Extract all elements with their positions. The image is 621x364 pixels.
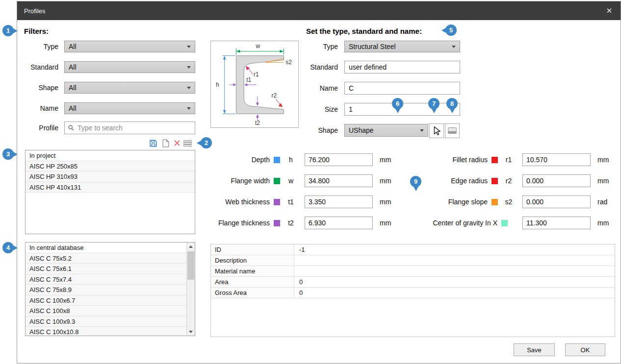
fillet-radius-row: Fillet radius r1 mm <box>409 153 609 166</box>
color-swatch <box>274 220 280 226</box>
standard-input[interactable] <box>344 61 460 73</box>
window-title: Profiles <box>24 7 45 15</box>
list-item[interactable]: AISC C 100x8 <box>26 306 186 316</box>
central-database-list: In central database AISC C 75x5.2 AISC C… <box>25 242 195 336</box>
param-label: Web thickness <box>191 198 270 206</box>
color-swatch <box>492 157 498 163</box>
callout-8: 8 <box>446 98 458 109</box>
save-icon <box>149 139 157 147</box>
value-cell[interactable] <box>294 266 615 276</box>
type-combo[interactable]: Structural Steel <box>344 41 460 52</box>
diagram-label-t1: t1 <box>246 76 251 83</box>
param-symbol: r2 <box>500 177 518 185</box>
list-item[interactable]: AISC C 75x7.4 <box>26 274 186 285</box>
list-item[interactable]: AISC HP 250x85 <box>26 161 195 172</box>
param-unit: mm <box>597 177 609 185</box>
value-cell[interactable] <box>294 255 615 266</box>
filter-name-row: Name All <box>22 102 195 115</box>
table-row: Gross Area 0 <box>211 288 615 298</box>
diagram-label-h: h <box>216 81 219 88</box>
scroll-down-button[interactable] <box>187 328 195 336</box>
scrollbar[interactable] <box>186 243 195 336</box>
filter-type-row: Type All <box>22 40 195 53</box>
close-button[interactable]: ✕ <box>601 1 618 20</box>
project-list: In project AISC HP 250x85 AISC HP 310x93… <box>25 150 195 234</box>
center-of-gravity-input[interactable] <box>522 217 591 229</box>
param-unit: mm <box>380 156 391 164</box>
chevron-down-icon[interactable] <box>187 107 191 110</box>
param-unit: mm <box>597 156 609 164</box>
combo-value: UShape <box>349 126 374 134</box>
callout-7: 7 <box>428 98 440 109</box>
param-symbol: r1 <box>500 156 518 164</box>
depth-input[interactable] <box>305 153 373 166</box>
list-item[interactable]: AISC C 100x9.3 <box>26 316 186 327</box>
chevron-down-icon[interactable] <box>187 87 191 89</box>
pick-shape-button[interactable] <box>429 123 444 138</box>
name-input[interactable] <box>344 82 460 95</box>
callout-2: 2 <box>201 137 212 148</box>
project-list-header: In project <box>26 150 195 161</box>
title-bar: Profiles ✕ <box>17 1 621 20</box>
color-swatch <box>501 220 508 226</box>
fillet-radius-input[interactable] <box>522 153 591 166</box>
chevron-down-icon[interactable] <box>420 129 424 132</box>
list-item[interactable]: AISC C 100x6.7 <box>26 295 186 306</box>
color-swatch <box>274 157 280 163</box>
list-item[interactable]: AISC C 75x5.2 <box>26 253 186 264</box>
web-thickness-input[interactable] <box>305 195 373 208</box>
save-profile-button[interactable] <box>149 139 158 148</box>
filter-profile-row: Profile <box>22 121 195 134</box>
delete-profile-button[interactable] <box>173 139 182 148</box>
flange-width-row: Flange width w mm <box>191 174 391 187</box>
chevron-down-icon[interactable] <box>452 46 456 48</box>
combo-value: All <box>69 104 77 112</box>
list-item[interactable]: AISC HP 410x131 <box>26 182 195 193</box>
param-symbol: s2 <box>500 198 518 206</box>
new-profile-button[interactable] <box>161 139 170 148</box>
flange-thickness-input[interactable] <box>305 217 373 229</box>
profiles-dialog: Profiles ✕ Filters: Type All Standard Al… <box>17 1 621 364</box>
scroll-up-button[interactable] <box>187 243 195 250</box>
list-item[interactable]: AISC C 100x10.8 <box>26 327 186 336</box>
list-item[interactable]: AISC C 75x8.9 <box>26 285 186 295</box>
list-item[interactable]: AISC C 75x6.1 <box>26 264 186 274</box>
profile-search-box[interactable] <box>64 121 195 134</box>
flange-slope-input[interactable] <box>522 195 591 208</box>
size-label: Size <box>259 105 338 113</box>
shape-options-button[interactable] <box>445 123 460 138</box>
param-label: Depth <box>191 156 270 164</box>
profile-search-input[interactable] <box>78 124 192 132</box>
copy-to-database-button[interactable] <box>183 139 192 148</box>
param-unit: mm <box>597 219 609 227</box>
filter-name-combo[interactable]: All <box>64 102 195 114</box>
type-row: Type Structural Steel <box>259 40 460 53</box>
edge-radius-input[interactable] <box>522 174 591 187</box>
flange-width-input[interactable] <box>305 174 373 187</box>
filter-type-label: Type <box>22 43 58 50</box>
save-button[interactable]: Save <box>514 343 555 356</box>
filter-standard-combo[interactable]: All <box>64 61 195 73</box>
delete-icon <box>173 139 181 147</box>
color-swatch <box>492 199 498 205</box>
combo-value: All <box>69 43 77 50</box>
filter-shape-combo[interactable]: All <box>64 82 195 94</box>
scroll-thumb[interactable] <box>187 251 194 280</box>
value-cell: -1 <box>294 244 615 255</box>
chevron-down-icon[interactable] <box>187 66 191 69</box>
chevron-down-icon[interactable] <box>187 46 191 48</box>
list-item[interactable]: AISC HP 310x93 <box>26 171 195 182</box>
key-cell: ID <box>211 244 294 255</box>
callout-1: 1 <box>2 25 14 36</box>
combo-value: All <box>69 84 77 92</box>
flange-slope-row: Flange slope s2 rad <box>409 195 607 208</box>
shape-combo[interactable]: UShape <box>344 124 428 137</box>
ok-button[interactable]: OK <box>565 343 605 356</box>
key-cell: Material name <box>211 266 294 276</box>
param-label: Flange width <box>191 177 270 185</box>
search-icon <box>68 124 75 131</box>
key-cell: Description <box>211 255 294 266</box>
param-unit: rad <box>597 198 607 206</box>
param-unit: mm <box>380 198 391 206</box>
filter-type-combo[interactable]: All <box>64 41 195 52</box>
